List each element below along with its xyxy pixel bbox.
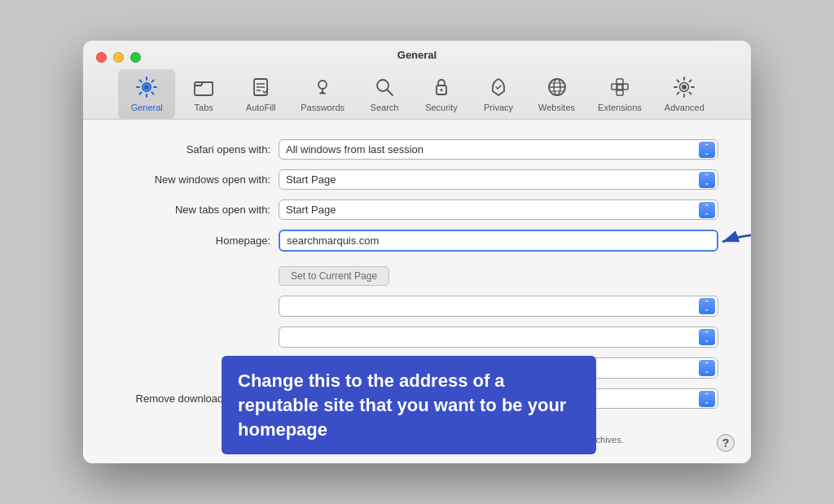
toolbar-item-tabs[interactable]: Tabs [175, 69, 232, 119]
safari-opens-label: Safari opens with: [116, 143, 279, 156]
autofill-label: AutoFill [246, 103, 276, 112]
privacy-icon [485, 74, 511, 100]
homepage-label: Homepage: [116, 234, 279, 247]
content-area: Safari opens with: All windows from last… [83, 120, 751, 462]
homepage-input[interactable] [279, 230, 718, 252]
annotation-text: Change this to the address of a reputabl… [238, 370, 566, 439]
svg-rect-2 [195, 82, 213, 95]
help-button[interactable]: ? [717, 434, 735, 452]
general-icon [134, 74, 160, 100]
extensions-icon [607, 74, 633, 100]
annotation-box: Change this to the address of a reputabl… [222, 356, 596, 454]
security-icon [428, 74, 454, 100]
close-button[interactable] [96, 52, 107, 63]
new-windows-select[interactable]: Start Page [279, 169, 718, 190]
toolbar-item-autofill[interactable]: AutoFill [232, 69, 289, 119]
advanced-label: Advanced [665, 103, 705, 112]
new-windows-label: New windows open with: [116, 173, 279, 186]
security-label: Security [425, 103, 458, 112]
toolbar-item-websites[interactable]: Websites [527, 69, 586, 119]
toolbar-item-security[interactable]: Security [413, 69, 470, 119]
homepage-row: Homepage: [116, 230, 718, 252]
toolbar-item-general[interactable]: General [118, 69, 175, 119]
toolbar-item-extensions[interactable]: Extensions [586, 69, 653, 119]
hidden-row-1 [116, 296, 718, 317]
passwords-icon [309, 74, 336, 100]
window-controls [96, 52, 141, 63]
svg-point-14 [441, 89, 443, 91]
new-tabs-label: New tabs open with: [116, 204, 279, 216]
preferences-window: General General [83, 41, 751, 462]
toolbar: General Tabs [118, 69, 716, 119]
svg-line-12 [388, 90, 393, 96]
toolbar-item-advanced[interactable]: Advanced [653, 69, 716, 119]
tabs-icon [191, 74, 217, 100]
window-title: General [397, 49, 437, 61]
hidden-control-2 [279, 327, 718, 348]
safari-opens-row: Safari opens with: All windows from last… [116, 139, 718, 160]
new-windows-row: New windows open with: Start Page [116, 169, 718, 190]
search-label: Search [371, 103, 399, 112]
advanced-icon [671, 74, 697, 100]
homepage-control [279, 230, 718, 252]
new-tabs-control: Start Page [279, 199, 718, 220]
toolbar-item-search[interactable]: Search [356, 69, 413, 119]
svg-point-0 [144, 85, 150, 90]
toolbar-item-passwords[interactable]: Passwords [289, 69, 356, 119]
minimize-button[interactable] [113, 52, 124, 63]
set-current-button[interactable]: Set to Current Page [279, 266, 389, 286]
titlebar: General General [83, 41, 751, 120]
autofill-icon [248, 74, 274, 100]
svg-point-7 [318, 81, 327, 89]
curved-arrow [714, 213, 751, 270]
new-tabs-row: New tabs open with: Start Page [116, 199, 718, 220]
general-label: General [131, 103, 163, 112]
safari-opens-select[interactable]: All windows from last session [279, 139, 718, 160]
maximize-button[interactable] [130, 52, 141, 63]
toolbar-item-privacy[interactable]: Privacy [470, 69, 527, 119]
search-icon [371, 74, 397, 100]
privacy-label: Privacy [484, 103, 513, 112]
passwords-label: Passwords [301, 103, 345, 112]
websites-label: Websites [538, 103, 575, 112]
set-current-row: Set to Current Page [116, 261, 718, 286]
extensions-label: Extensions [598, 103, 642, 112]
tabs-label: Tabs [195, 103, 213, 112]
new-tabs-select[interactable]: Start Page [279, 199, 718, 220]
new-windows-control: Start Page [279, 169, 718, 190]
safari-opens-control: All windows from last session [279, 139, 718, 160]
set-current-wrapper: Set to Current Page [279, 261, 389, 286]
hidden-row-2 [116, 327, 718, 348]
websites-icon [544, 74, 570, 100]
hidden-control-1 [279, 296, 718, 317]
svg-point-25 [682, 85, 687, 90]
